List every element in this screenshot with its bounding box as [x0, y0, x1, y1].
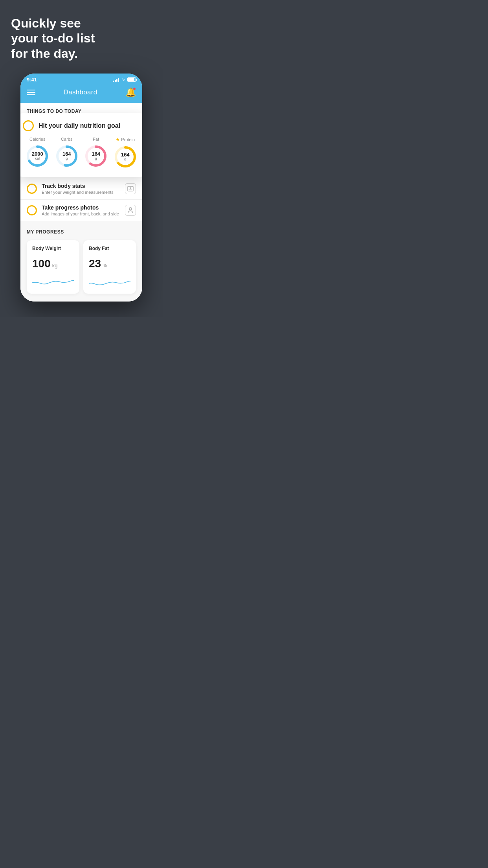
carbs-unit: g [62, 157, 71, 161]
body-weight-chart [32, 275, 74, 287]
carbs-item: Carbs 164 g [55, 137, 79, 168]
body-fat-value-row: 23 % [89, 257, 130, 270]
photos-title: Take progress photos [42, 204, 120, 211]
star-icon: ★ [116, 137, 120, 142]
svg-point-9 [129, 208, 132, 210]
fat-value: 164 [92, 151, 100, 157]
body-weight-title: Body Weight [32, 246, 74, 251]
body-fat-title: Body Fat [89, 246, 130, 251]
carbs-value: 164 [62, 151, 71, 157]
body-stats-title: Track body stats [42, 183, 120, 189]
protein-value: 164 [121, 152, 130, 158]
nav-title: Dashboard [64, 88, 97, 96]
body-stats-subtitle: Enter your weight and measurements [42, 190, 120, 195]
photos-checkbox[interactable] [27, 205, 37, 215]
protein-unit: g [121, 158, 130, 162]
body-weight-value: 100 [32, 257, 51, 270]
fat-label: Fat [93, 137, 99, 142]
carbs-label: Carbs [61, 137, 72, 142]
battery-icon [127, 77, 136, 82]
fat-donut: 164 g [84, 144, 108, 168]
calories-label: Calories [29, 137, 45, 142]
body-fat-card: Body Fat 23 % [83, 240, 136, 294]
nav-bar: Dashboard 🔔 [20, 84, 142, 103]
scale-icon [125, 183, 136, 194]
calories-item: Calories 2000 cal [25, 137, 50, 168]
progress-section: MY PROGRESS Body Weight 100 kg [20, 221, 142, 302]
progress-cards: Body Weight 100 kg Body Fat 23 [27, 240, 136, 302]
body-weight-unit: kg [52, 263, 58, 268]
photos-text: Take progress photos Add images of your … [42, 204, 120, 216]
protein-label: Protein [121, 137, 135, 142]
list-item[interactable]: Track body stats Enter your weight and m… [20, 178, 142, 200]
calories-value: 2000 [32, 151, 43, 157]
body-fat-unit: % [103, 263, 107, 268]
status-bar: 9:41 ∿ [20, 74, 142, 84]
body-stats-text: Track body stats Enter your weight and m… [42, 183, 120, 195]
calories-unit: cal [32, 157, 43, 161]
body-fat-value: 23 [89, 257, 101, 270]
nutrition-title: Hit your daily nutrition goal [39, 122, 120, 129]
menu-icon[interactable] [27, 90, 35, 95]
body-stats-checkbox[interactable] [27, 184, 37, 194]
body-fat-chart [89, 275, 130, 287]
hero-title: Quickly see your to-do list for the day. [11, 16, 152, 61]
body-weight-value-row: 100 kg [32, 257, 74, 270]
nutrition-card: Hit your daily nutrition goal Calories [20, 113, 142, 177]
protein-item: ★ Protein 164 g [113, 137, 138, 169]
wifi-icon: ∿ [121, 77, 125, 82]
fat-item: Fat 164 g [84, 137, 108, 168]
bell-button[interactable]: 🔔 [125, 87, 136, 97]
fat-unit: g [92, 157, 100, 161]
nutrition-row: Calories 2000 cal [23, 137, 140, 169]
nutrition-checkbox[interactable] [23, 120, 34, 131]
calories-donut: 2000 cal [25, 144, 50, 168]
protein-donut: 164 g [113, 145, 138, 169]
phone-content: THINGS TO DO TODAY Hit your daily nutrit… [20, 103, 142, 302]
person-icon [125, 205, 136, 216]
signal-icon [113, 77, 119, 82]
body-weight-card: Body Weight 100 kg [27, 240, 79, 294]
phone-frame: 9:41 ∿ Dashboard [20, 74, 142, 302]
status-time: 9:41 [27, 77, 37, 83]
carbs-donut: 164 g [55, 144, 79, 168]
status-icons: ∿ [113, 77, 136, 82]
progress-header: MY PROGRESS [27, 229, 136, 235]
list-item[interactable]: Take progress photos Add images of your … [20, 200, 142, 221]
photos-subtitle: Add images of your front, back, and side [42, 211, 120, 216]
